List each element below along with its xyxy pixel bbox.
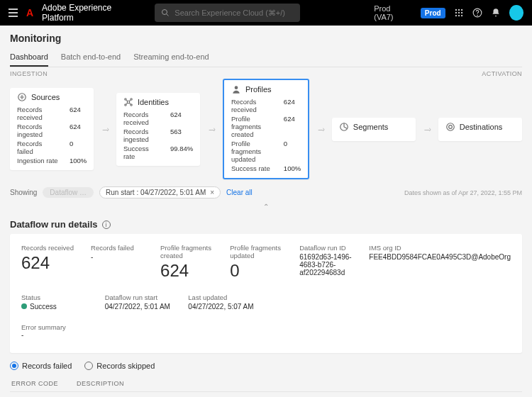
metric-records-received: 624	[21, 253, 79, 273]
col-error-code: ERROR CODE	[11, 380, 68, 387]
global-topbar: A Adobe Experience Platform Prod (VA7) P…	[0, 0, 532, 26]
card-title: Segments	[353, 123, 389, 131]
clear-all-link[interactable]: Clear all	[226, 189, 253, 196]
card-segments[interactable]: Segments	[332, 118, 416, 141]
metric-pf-updated: 0	[230, 261, 288, 281]
metric-records-failed: -	[91, 253, 149, 261]
arrow-icon: - - - ›	[316, 125, 325, 133]
svg-point-6	[458, 12, 459, 13]
metric-pf-created: 624	[160, 261, 218, 281]
card-sources[interactable]: Sources Records received624 Records inge…	[10, 88, 94, 170]
card-profiles[interactable]: Profiles Records received624 Profile fra…	[223, 79, 309, 179]
search-input[interactable]	[174, 9, 294, 17]
svg-point-19	[235, 86, 238, 89]
card-identities[interactable]: Identities Records received624 Records i…	[116, 93, 200, 166]
card-title: Identities	[138, 98, 169, 106]
env-label: Prod (VA7)	[374, 4, 409, 21]
svg-point-5	[455, 12, 456, 13]
close-icon[interactable]: ×	[210, 189, 214, 196]
pipeline-cards: Sources Records received624 Records inge…	[10, 79, 522, 179]
svg-point-17	[125, 104, 126, 105]
metric-org-id: FEE4BDD9584FCAE0A495C3D@AdobeOrg	[369, 253, 511, 261]
status-value: Success	[21, 303, 94, 311]
dataflow-chip: Dataflow …	[43, 187, 94, 198]
radio-records-skipped[interactable]: Records skipped	[84, 362, 155, 370]
status-dot-icon	[21, 303, 27, 309]
svg-point-21	[447, 123, 455, 130]
radio-icon	[10, 362, 18, 370]
svg-point-15	[125, 98, 126, 99]
svg-point-7	[461, 12, 462, 13]
subtab-bar: Dashboard Batch end-to-end Streaming end…	[10, 48, 522, 67]
help-icon[interactable]	[472, 8, 482, 18]
metric-run-id: 61692d63-1496-4683-b726-af202294683d	[299, 253, 358, 276]
bell-icon[interactable]	[491, 8, 501, 18]
timestamp-note: Dates shown as of Apr 27, 2022, 1:55 PM	[404, 189, 522, 196]
svg-point-2	[455, 9, 456, 11]
page-title: Monitoring	[10, 33, 522, 44]
svg-point-4	[461, 9, 462, 11]
apps-icon[interactable]	[454, 8, 464, 18]
arrow-icon: - - - ›	[207, 125, 216, 133]
sources-icon	[17, 92, 27, 102]
segments-icon	[339, 122, 349, 132]
card-title: Destinations	[460, 123, 503, 131]
arrow-icon: - - - ›	[101, 125, 109, 133]
global-search[interactable]	[155, 4, 300, 22]
destinations-icon	[445, 122, 455, 132]
identities-icon	[123, 97, 133, 107]
details-card: Records received 624 Records failed - Pr…	[10, 234, 522, 353]
ingestion-label: INGESTION	[10, 70, 48, 77]
details-heading: Dataflow run details	[10, 219, 98, 230]
svg-point-10	[461, 15, 462, 16]
radio-icon	[84, 362, 93, 370]
card-destinations[interactable]: Destinations	[438, 118, 522, 141]
tab-streaming[interactable]: Streaming end-to-end	[133, 48, 209, 67]
radio-records-failed[interactable]: Records failed	[10, 362, 72, 370]
profiles-icon	[231, 84, 241, 94]
svg-point-3	[458, 9, 459, 11]
empty-state: No errors	[10, 392, 522, 397]
error-summary-value: -	[21, 331, 511, 339]
env-badge[interactable]: Prod	[421, 8, 445, 18]
tab-dashboard[interactable]: Dashboard	[10, 48, 48, 67]
card-title: Profiles	[245, 85, 272, 94]
tab-batch[interactable]: Batch end-to-end	[61, 48, 121, 67]
run-start-chip[interactable]: Run start : 04/27/2022, 5:01 AM ×	[99, 186, 221, 198]
info-icon[interactable]: i	[102, 220, 111, 229]
card-title: Sources	[31, 93, 60, 101]
adobe-logo-icon: A	[26, 7, 33, 18]
col-description: DESCRIPTION	[77, 380, 521, 387]
run-start-value: 04/27/2022, 5:01 AM	[105, 303, 177, 311]
svg-point-8	[455, 15, 456, 16]
arrow-icon: - - - ›	[423, 125, 431, 133]
search-icon	[160, 8, 170, 18]
brand-title: Adobe Experience Platform	[42, 3, 138, 23]
showing-label: Showing	[10, 189, 37, 196]
svg-point-0	[162, 10, 167, 15]
svg-point-9	[458, 15, 459, 16]
svg-point-18	[131, 104, 132, 105]
collapse-chevron-icon[interactable]: ⌃	[10, 203, 522, 211]
nav-toggle-icon[interactable]	[9, 8, 18, 18]
svg-line-1	[167, 14, 169, 16]
last-updated-value: 04/27/2022, 5:07 AM	[188, 303, 260, 311]
avatar[interactable]	[509, 5, 523, 21]
svg-point-16	[131, 98, 132, 99]
svg-point-12	[477, 15, 477, 16]
svg-point-22	[448, 125, 452, 128]
activation-label: ACTIVATION	[482, 70, 522, 77]
